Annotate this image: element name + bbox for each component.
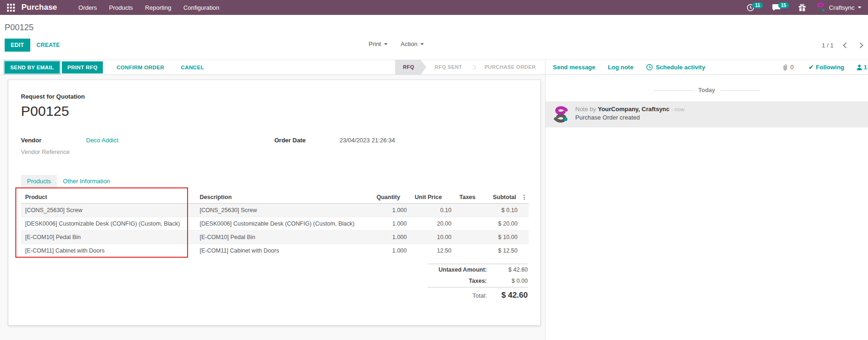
doc-title: P00125: [21, 103, 528, 119]
send-by-email-button[interactable]: SEND BY EMAIL: [5, 61, 60, 73]
app-name[interactable]: Purchase: [21, 3, 57, 12]
total-value: $ 42.60: [487, 291, 528, 300]
following-button[interactable]: ✔ Following: [808, 64, 844, 71]
schedule-activity-button[interactable]: Schedule activity: [646, 64, 705, 71]
cell-unit-price: 10.00: [410, 231, 455, 244]
cell-quantity: 1.000: [372, 231, 410, 244]
cell-description: [E-COM10] Pedal Bin: [195, 231, 372, 244]
cell-taxes: [455, 204, 489, 217]
create-button[interactable]: CREATE: [30, 39, 67, 52]
divider-line: [653, 90, 693, 91]
menu-products[interactable]: Products: [109, 4, 133, 11]
chatter-message: Note by YourCompany, Craftsync - now Pur…: [545, 101, 868, 127]
taxes-value: $ 0.00: [487, 278, 528, 284]
print-caret-icon: [384, 43, 388, 45]
col-header-product: Product: [21, 191, 195, 204]
cell-taxes: [455, 217, 489, 231]
col-header-unit-price: Unit Price: [410, 191, 455, 204]
pager-previous-button[interactable]: [843, 42, 849, 48]
chatter-panel: Today Note by YourCompany, Craftsync - n…: [545, 75, 868, 340]
order-line-row[interactable]: [DESK0006] Customizable Desk (CONFIG) (C…: [21, 217, 529, 231]
rewards-button[interactable]: [798, 4, 806, 12]
col-header-subtotal: Subtotal: [489, 191, 521, 204]
print-menu[interactable]: Print: [369, 40, 388, 47]
followers-button[interactable]: 1: [856, 64, 867, 71]
action-menu-label: Action: [401, 40, 417, 47]
cell-subtotal: $ 10.00: [489, 231, 521, 244]
following-label: Following: [816, 64, 844, 71]
cell-spacer: [521, 244, 529, 258]
top-navbar: Purchase Orders Products Reporting Confi…: [0, 0, 868, 15]
control-panel: P00125 EDIT CREATE Print Action 1 / 1: [0, 15, 868, 60]
cell-product: [E-COM11] Cabinet with Doors: [21, 244, 195, 258]
menu-configuration[interactable]: Configuration: [183, 4, 219, 11]
main-menu: Orders Products Reporting Configuration: [79, 4, 220, 11]
log-note-button[interactable]: Log note: [608, 64, 633, 71]
user-menu[interactable]: Craftsync: [815, 2, 861, 13]
cell-product: [DESK0006] Customizable Desk (CONFIG) (C…: [21, 217, 195, 231]
check-icon: ✔: [808, 64, 814, 71]
col-header-taxes: Taxes: [455, 191, 489, 204]
tab-other-information[interactable]: Other Information: [57, 175, 116, 187]
menu-reporting[interactable]: Reporting: [145, 4, 171, 11]
vendor-label: Vendor: [21, 137, 86, 144]
cell-taxes: [455, 244, 489, 258]
cell-unit-price: 0.10: [410, 204, 455, 217]
cell-spacer: [521, 217, 529, 231]
cell-quantity: 1.000: [372, 217, 410, 231]
date-divider-label: Today: [699, 87, 715, 93]
message-count-badge: 15: [778, 2, 789, 8]
user-name: Craftsync: [829, 4, 855, 11]
print-rfq-button[interactable]: PRINT RFQ: [62, 61, 103, 73]
gift-icon: [798, 4, 806, 12]
vendor-link[interactable]: Deco Addict: [86, 137, 118, 144]
activities-button[interactable]: 11: [747, 4, 763, 12]
action-menu[interactable]: Action: [401, 40, 424, 47]
order-line-row[interactable]: [E-COM11] Cabinet with Doors [E-COM11] C…: [21, 244, 529, 258]
attachments-button[interactable]: 0: [782, 64, 794, 71]
tab-products[interactable]: Products: [21, 175, 57, 187]
edit-button[interactable]: EDIT: [5, 39, 30, 52]
apps-menu-button[interactable]: [0, 0, 21, 15]
navbar-systray: 11 15 Craftsync: [747, 2, 868, 13]
attachment-count: 0: [790, 64, 794, 71]
notebook-tabs: Products Other Information: [21, 175, 528, 187]
confirm-order-button[interactable]: CONFIRM ORDER: [111, 61, 169, 73]
print-menu-label: Print: [369, 40, 381, 47]
pager-next-button[interactable]: [857, 42, 863, 48]
send-message-button[interactable]: Send message: [553, 64, 595, 71]
form-statusbar: SEND BY EMAIL PRINT RFQ CONFIRM ORDER CA…: [0, 60, 545, 74]
vendor-reference-label: Vendor Reference: [21, 148, 86, 155]
divider-line: [720, 90, 760, 91]
pager-value[interactable]: 1 / 1: [822, 42, 834, 49]
message-author: YourCompany, Craftsync: [598, 106, 669, 113]
message-prefix: Note by: [575, 106, 596, 113]
order-line-row[interactable]: [E-COM10] Pedal Bin [E-COM10] Pedal Bin …: [21, 231, 529, 244]
total-label: Total:: [472, 292, 487, 299]
step-purchase-order[interactable]: PURCHASE ORDER: [476, 60, 544, 74]
order-date-value: 23/04/2023 21:26:34: [340, 137, 395, 144]
date-divider: Today: [545, 87, 868, 93]
cancel-button[interactable]: CANCEL: [175, 61, 210, 73]
form-area: Request for Quotation P00125 Vendor Deco…: [0, 75, 545, 340]
untaxed-amount-value: $ 42.60: [487, 267, 528, 273]
order-line-row[interactable]: [CONS_25630] Screw [CONS_25630] Screw 1.…: [21, 204, 529, 217]
message-body: Purchase Order created: [575, 114, 684, 121]
status-row: SEND BY EMAIL PRINT RFQ CONFIRM ORDER CA…: [0, 60, 868, 75]
menu-orders[interactable]: Orders: [79, 4, 97, 11]
cell-product: [CONS_25630] Screw: [21, 204, 195, 217]
cell-subtotal: $ 20.00: [489, 217, 521, 231]
cell-unit-price: 20.00: [410, 217, 455, 231]
cell-subtotal: $ 0.10: [489, 204, 521, 217]
company-avatar: [815, 2, 826, 13]
action-caret-icon: [420, 43, 424, 45]
optional-columns-toggle-icon[interactable]: ⋮: [521, 191, 529, 204]
cell-subtotal: $ 12.50: [489, 244, 521, 258]
cell-description: [E-COM11] Cabinet with Doors: [195, 244, 372, 258]
step-rfq-sent[interactable]: RFQ SENT: [426, 60, 471, 74]
messages-button[interactable]: 15: [772, 4, 789, 11]
cell-spacer: [521, 231, 529, 244]
col-header-description: Description: [195, 191, 372, 204]
step-rfq[interactable]: RFQ: [395, 60, 426, 74]
cell-unit-price: 12.50: [410, 244, 455, 258]
